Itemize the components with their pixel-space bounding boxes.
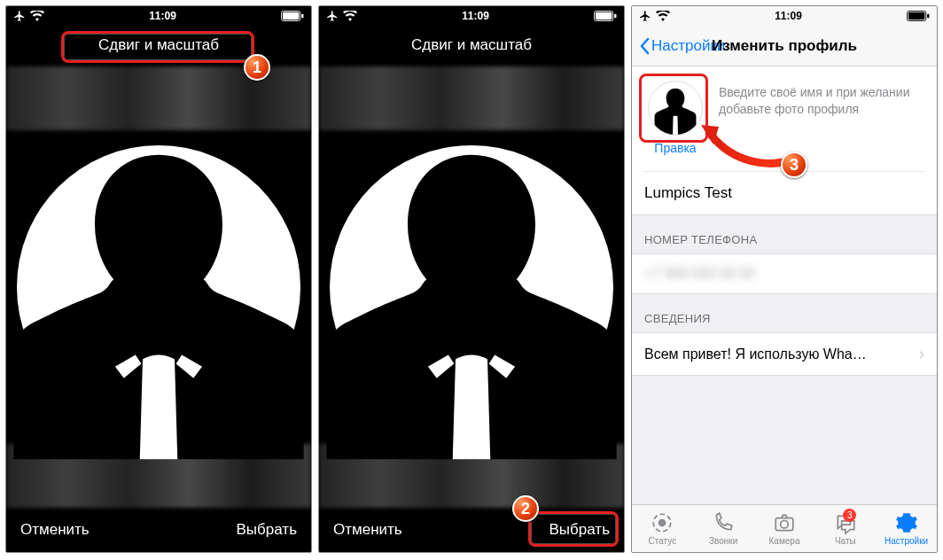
phone-value: +7 999 000 00 00 [644,266,755,282]
status-bar: 11:09 [6,6,311,26]
svg-rect-8 [927,14,929,19]
airplane-mode-icon [326,10,339,22]
section-about-label: СВЕДЕНИЯ [632,294,937,332]
crop-title: Сдвиг и масштаб [319,26,624,66]
photo-silhouette [325,140,618,459]
avatar[interactable] [648,81,703,136]
crop-footer: Отменить Выбрать [319,508,624,552]
photo-silhouette [12,140,305,459]
screen-profile: 11:09 Настройки Изменить профиль [631,5,938,553]
tab-label: Звонки [709,536,737,546]
tab-camera[interactable]: Камера [754,505,815,552]
svg-rect-1 [283,12,299,19]
status-bar: 11:09 [319,6,624,26]
profile-body: Правка Введите своё имя и при желании до… [632,66,937,504]
wifi-icon [656,11,670,21]
tab-chats[interactable]: 3 Чаты [814,505,876,552]
svg-point-13 [781,520,789,528]
name-field[interactable]: Lumpics Test [644,171,924,214]
status-time: 11:09 [357,10,594,22]
profile-hint: Введите своё имя и при желании добавьте … [719,81,924,118]
about-cell[interactable]: Всем привет! Я использую Wha… › [632,332,937,376]
cancel-button[interactable]: Отменить [333,521,402,539]
crop-area[interactable] [6,66,311,508]
back-label: Настройки [651,37,725,55]
airplane-mode-icon [639,10,651,22]
tab-bar: Статус Звонки Камера 3 Чаты Настройки [632,504,937,552]
camera-icon [773,511,796,534]
battery-icon [907,11,930,21]
svg-rect-4 [596,12,612,19]
avatar-edit-link[interactable]: Правка [654,141,696,155]
tab-label: Камера [769,536,800,546]
status-bar: 11:09 [632,6,937,26]
tab-label: Настройки [885,536,928,546]
svg-rect-5 [614,14,616,19]
tab-settings[interactable]: Настройки [876,505,937,552]
tab-calls[interactable]: Звонки [693,505,754,552]
status-time: 11:09 [44,10,281,22]
phone-cell[interactable]: +7 999 000 00 00 [632,253,937,294]
nav-bar: Настройки Изменить профиль [632,26,937,66]
phone-icon [712,511,735,534]
airplane-mode-icon [13,10,26,22]
crop-area[interactable] [319,66,624,508]
choose-button[interactable]: Выбрать [549,521,610,539]
section-phone-label: НОМЕР ТЕЛЕФОНА [632,215,937,253]
crop-title: Сдвиг и масштаб [6,26,311,66]
back-button[interactable]: Настройки [639,37,725,55]
chevron-left-icon [639,37,650,55]
wifi-icon [343,11,357,21]
gear-icon [895,511,918,534]
tab-label: Чаты [835,536,856,546]
svg-rect-7 [908,12,924,19]
status-icon [651,511,674,534]
crop-footer: Отменить Выбрать [6,508,311,552]
choose-button[interactable]: Выбрать [237,521,297,539]
battery-icon [281,11,304,21]
cancel-button[interactable]: Отменить [20,521,90,539]
svg-rect-2 [301,14,303,19]
battery-icon [594,11,617,21]
wifi-icon [30,11,44,21]
screen-crop-2: 11:09 Сдвиг и масштаб Отменить Выбрать 2 [318,5,625,553]
svg-point-11 [659,519,666,527]
screen-crop-1: 11:09 Сдвиг и масштаб Отменить Выбрать 1 [5,5,312,553]
tab-label: Статус [649,536,677,546]
chevron-right-icon: › [919,345,924,363]
status-time: 11:09 [670,10,907,22]
tab-status[interactable]: Статус [632,505,693,552]
about-value: Всем привет! Я использую Wha… [644,346,867,362]
